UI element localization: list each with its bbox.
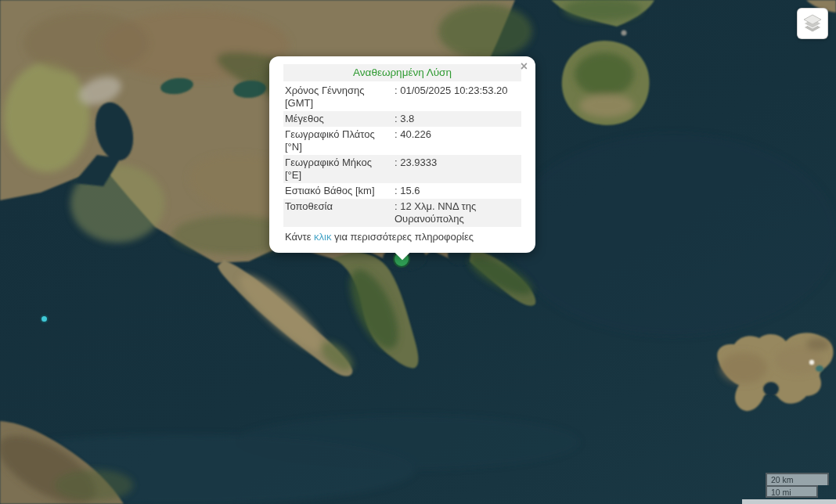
layers-icon [802,13,823,34]
row-value: : 01/05/2025 10:23:53.20 [391,83,521,111]
row-label: Χρόνος Γέννησης [GMT] [283,83,391,111]
row-value: : 3.8 [391,111,521,127]
row-label: Γεωγραφικό Πλάτος [°N] [283,127,391,155]
table-row: Γεωγραφικό Πλάτος [°N] : 40.226 [283,127,521,155]
row-value: : 40.226 [391,127,521,155]
table-row: Χρόνος Γέννησης [GMT] : 01/05/2025 10:23… [283,83,521,111]
close-icon[interactable]: × [521,60,528,73]
row-value: : 23.9333 [391,155,521,183]
earthquake-marker[interactable] [40,315,49,323]
table-row: Μέγεθος : 3.8 [283,111,521,127]
footer-text-suffix: για περισσότερες πληροφορίες [331,231,474,243]
table-row: Εστιακό Βάθος [km] : 15.6 [283,183,521,199]
row-value: : 12 Χλμ. ΝΝΔ της Ουρανούπολης [391,199,521,227]
row-label: Εστιακό Βάθος [km] [283,183,391,199]
earthquake-marker-selected[interactable] [393,250,410,268]
row-label: Τοποθεσία [283,199,391,227]
row-value: : 15.6 [391,183,521,199]
popup-title: Αναθεωρημένη Λύση [283,64,521,81]
layers-control-button[interactable] [797,8,828,39]
table-row: Τοποθεσία : 12 Χλμ. ΝΝΔ της Ουρανούπολης [283,199,521,227]
attribution-bar [742,499,836,504]
popup-footer: Κάντε κλικ για περισσότερες πληροφορίες [283,231,521,243]
more-info-link[interactable]: κλικ [314,231,331,243]
footer-text-prefix: Κάντε [285,231,314,243]
table-row: Γεωγραφικό Μήκος [°E] : 23.9333 [283,155,521,183]
row-label: Γεωγραφικό Μήκος [°E] [283,155,391,183]
row-label: Μέγεθος [283,111,391,127]
scale-control: 20 km 10 mi [766,473,829,498]
scale-mi: 10 mi [766,485,818,498]
popup-content: Αναθεωρημένη Λύση Χρόνος Γέννησης [GMT] … [269,56,535,253]
scale-km: 20 km [766,473,829,485]
map-canvas[interactable]: × Αναθεωρημένη Λύση Χρόνος Γέννησης [GMT… [0,0,836,504]
earthquake-popup: × Αναθεωρημένη Λύση Χρόνος Γέννησης [GMT… [269,56,535,253]
